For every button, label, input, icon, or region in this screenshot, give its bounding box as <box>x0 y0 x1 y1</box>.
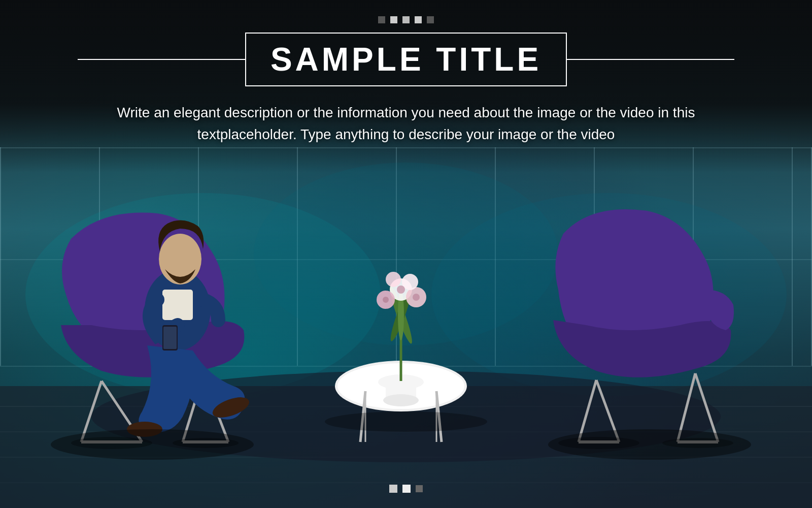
nav-dots-top <box>0 0 812 23</box>
svg-point-66 <box>51 429 254 460</box>
main-title: SAMPLE TITLE <box>270 41 542 78</box>
slide-content: SAMPLE TITLE Write an elegant descriptio… <box>0 0 812 146</box>
title-line-right <box>567 59 734 60</box>
title-box: SAMPLE TITLE <box>245 33 567 86</box>
svg-rect-33 <box>162 290 193 320</box>
nav-dot-bottom-2[interactable] <box>402 485 411 493</box>
svg-point-57 <box>413 294 420 301</box>
nav-dot-top-4[interactable] <box>415 16 422 23</box>
nav-dot-top-3[interactable] <box>402 16 410 23</box>
svg-point-68 <box>548 429 751 460</box>
slide-container: SAMPLE TITLE Write an elegant descriptio… <box>0 0 812 508</box>
description-text: Write an elegant description or the info… <box>0 102 812 146</box>
title-line-left <box>78 59 245 60</box>
svg-point-56 <box>383 297 389 303</box>
svg-point-53 <box>386 272 401 287</box>
nav-dot-top-5[interactable] <box>427 16 434 23</box>
svg-rect-0 <box>0 147 1 366</box>
svg-rect-10 <box>0 147 812 148</box>
title-section: SAMPLE TITLE <box>0 33 812 86</box>
nav-dots-bottom <box>389 485 423 493</box>
svg-point-67 <box>325 411 487 432</box>
svg-point-55 <box>397 285 405 294</box>
svg-rect-36 <box>163 327 177 349</box>
nav-dot-top-1[interactable] <box>378 16 385 23</box>
svg-rect-8 <box>792 147 793 366</box>
nav-dot-bottom-3[interactable] <box>416 485 423 492</box>
nav-dot-bottom-1[interactable] <box>389 485 397 493</box>
svg-point-45 <box>383 394 419 406</box>
nav-dot-top-2[interactable] <box>390 16 397 23</box>
